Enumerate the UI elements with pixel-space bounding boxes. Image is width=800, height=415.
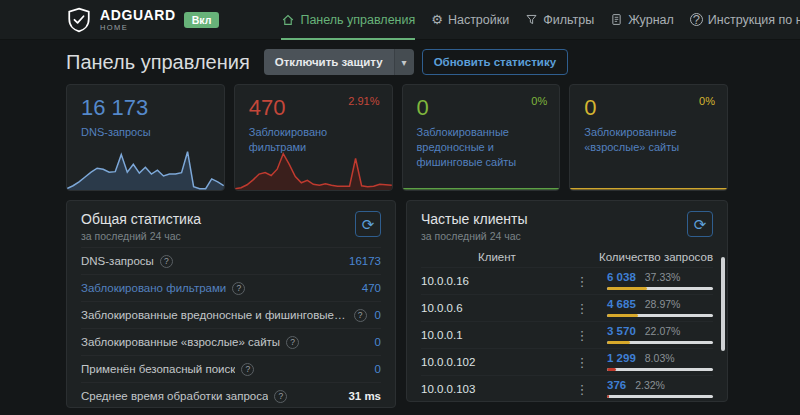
panel-subtitle: за последний 24 час — [81, 230, 201, 242]
bottom-row: Общая статистика за последний 24 час ⟳ D… — [66, 200, 728, 408]
client-count[interactable]: 6 038 — [607, 272, 636, 284]
protection-status-badge: Вкл — [184, 12, 220, 28]
kebab-menu-icon[interactable]: ⋮ — [569, 301, 595, 316]
table-row: 10.0.0.16 ⋮ 6 03837.33% — [421, 267, 713, 294]
table-row: Заблокированные «взрослые» сайты? 0 — [81, 328, 381, 355]
client-percent: 22.07% — [645, 326, 681, 337]
client-ip[interactable]: 10.0.0.1 — [421, 329, 569, 341]
stat-cards-row: 16 173 DNS-запросы 2.91% 470 Заблокирова… — [66, 84, 728, 191]
stat-row-label[interactable]: Заблокировано фильтрами — [81, 282, 226, 294]
top-clients-header: Частые клиенты за последний 24 час ⟳ — [407, 201, 727, 247]
client-count[interactable]: 376 — [607, 380, 626, 392]
client-ip[interactable]: 10.0.0.6 — [421, 302, 569, 314]
nav-item-label: Журнал — [628, 13, 674, 27]
stat-card-blocked-malware: 0% 0 Заблокированные вредоносные и фишин… — [402, 84, 561, 191]
help-icon[interactable]: ? — [274, 390, 287, 403]
client-progress-fill — [607, 287, 647, 290]
help-icon[interactable]: ? — [232, 282, 245, 295]
general-stats-card: Общая статистика за последний 24 час ⟳ D… — [66, 200, 396, 408]
home-icon — [281, 13, 295, 27]
general-stats-header: Общая статистика за последний 24 час ⟳ — [67, 201, 395, 247]
table-row: Применён безопасный поиск? 0 — [81, 355, 381, 382]
nav-item-setup-guide[interactable]: ? Инструкция по настройке — [690, 0, 800, 39]
dns-queries-sparkline — [67, 136, 224, 190]
client-count[interactable]: 4 685 — [607, 299, 636, 311]
kebab-menu-icon[interactable]: ⋮ — [569, 274, 595, 289]
chevron-down-icon[interactable]: ▾ — [394, 49, 414, 75]
table-row: 10.0.0.103 ⋮ 3762.32% — [421, 375, 713, 402]
scrollbar-thumb[interactable] — [721, 257, 725, 351]
adguard-shield-logo-icon — [66, 7, 92, 33]
stat-row-label: Применён безопасный поиск — [81, 363, 235, 375]
stat-row-label: Среднее время обработки запроса — [81, 390, 268, 402]
brand-sub: HOME — [100, 24, 176, 32]
nav-item-filters[interactable]: Фильтры — [525, 0, 594, 39]
column-client: Клиент — [421, 251, 573, 263]
table-row: 10.0.0.6 ⋮ 4 68528.97% — [421, 294, 713, 321]
stat-row-value: 0 — [375, 363, 381, 375]
stat-value: 0 — [584, 95, 713, 121]
client-progress-fill — [607, 395, 609, 398]
disable-protection-button[interactable]: Отключить защиту ▾ — [264, 49, 414, 75]
blocked-adult-sparkline — [570, 136, 727, 190]
help-icon[interactable]: ? — [354, 309, 367, 322]
refresh-icon[interactable]: ⟳ — [355, 211, 381, 237]
stat-percent: 0% — [531, 95, 547, 107]
help-icon[interactable]: ? — [241, 363, 254, 376]
client-ip[interactable]: 10.0.0.103 — [421, 383, 569, 395]
help-circle-icon: ? — [690, 13, 703, 26]
dashboard-page: Панель управления Отключить защиту ▾ Обн… — [0, 48, 800, 408]
table-row: 10.0.0.1 ⋮ 3 57022.07% — [421, 321, 713, 348]
nav-item-label: Панель управления — [300, 13, 415, 27]
brand-text: ADGUARD HOME — [100, 8, 176, 32]
nav-item-query-log[interactable]: Журнал — [610, 0, 674, 39]
client-percent: 28.97% — [645, 299, 681, 310]
stat-row-label: Заблокированные «взрослые» сайты — [81, 336, 280, 348]
client-ip[interactable]: 10.0.0.16 — [421, 275, 569, 287]
client-count[interactable]: 1 299 — [607, 353, 636, 365]
client-ip[interactable]: 10.0.0.102 — [421, 356, 569, 368]
client-progress-bar — [607, 314, 713, 317]
stat-card-blocked-filters: 2.91% 470 Заблокировано фильтрами — [234, 84, 393, 191]
blocked-filters-sparkline — [235, 136, 392, 190]
client-percent: 37.33% — [645, 272, 681, 283]
stat-row-value: 16173 — [349, 255, 381, 267]
nav-item-settings[interactable]: ⚙ Настройки — [431, 0, 509, 39]
refresh-statistics-button[interactable]: Обновить статистику — [422, 49, 568, 75]
column-requests: Количество запросов — [573, 251, 713, 263]
stat-value: 16 173 — [81, 95, 210, 121]
stat-card-blocked-adult: 0% 0 Заблокированные «взрослые» сайты — [569, 84, 728, 191]
help-icon[interactable]: ? — [286, 336, 299, 349]
kebab-menu-icon[interactable]: ⋮ — [569, 382, 595, 397]
table-row: Заблокированные вредоносные и фишинговые… — [81, 301, 381, 328]
brand-name: ADGUARD — [100, 8, 176, 22]
client-progress-fill — [607, 314, 638, 317]
gear-icon: ⚙ — [431, 13, 443, 26]
nav-item-dashboard[interactable]: Панель управления — [281, 0, 415, 39]
stat-percent: 0% — [699, 95, 715, 107]
stat-value: 0 — [417, 95, 546, 121]
stat-row-value: 31 ms — [348, 390, 381, 402]
refresh-icon[interactable]: ⟳ — [687, 211, 713, 237]
top-clients-card: Частые клиенты за последний 24 час ⟳ Кли… — [406, 200, 728, 402]
client-count[interactable]: 3 570 — [607, 326, 636, 338]
client-progress-bar — [607, 395, 713, 398]
stat-row-value: 470 — [362, 282, 381, 294]
journal-icon — [610, 13, 623, 26]
nav-item-label: Фильтры — [543, 13, 594, 27]
filter-icon — [525, 13, 538, 26]
panel-subtitle: за последний 24 час — [421, 230, 528, 242]
client-progress-fill — [607, 368, 616, 371]
table-row: Среднее время обработки запроса? 31 ms — [81, 382, 381, 409]
kebab-menu-icon[interactable]: ⋮ — [569, 355, 595, 370]
panel-title: Частые клиенты — [421, 211, 528, 227]
client-percent: 2.32% — [635, 380, 665, 391]
kebab-menu-icon[interactable]: ⋮ — [569, 328, 595, 343]
clients-table-header: Клиент Количество запросов — [421, 247, 713, 267]
brand: ADGUARD HOME Вкл — [66, 7, 219, 33]
help-icon[interactable]: ? — [160, 255, 173, 268]
client-progress-fill — [607, 341, 630, 344]
panel-title: Общая статистика — [81, 211, 201, 227]
nav-item-label: Инструкция по настройке — [708, 13, 800, 27]
clients-table: 10.0.0.16 ⋮ 6 03837.33% 10.0.0.6 ⋮ 4 685… — [407, 267, 727, 402]
